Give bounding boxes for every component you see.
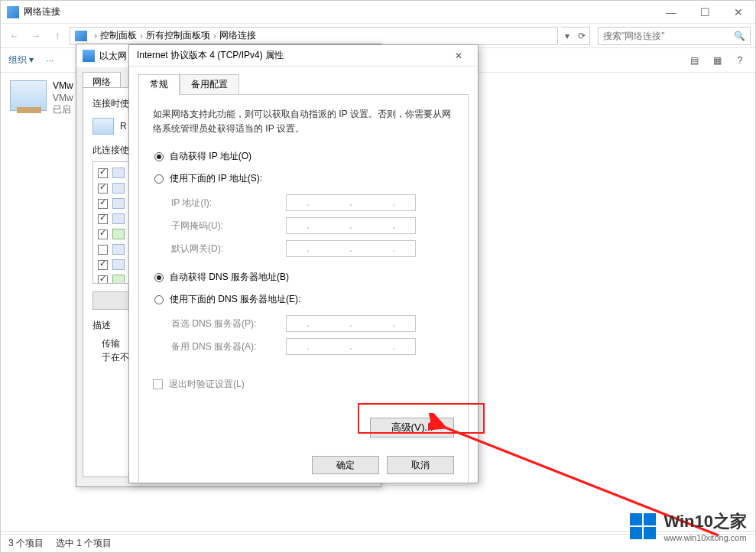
dns-alt-input: ... [286,338,416,355]
radio-dns-manual[interactable]: 使用下面的 DNS 服务器地址(E): [154,293,453,306]
component-icon [112,229,125,239]
window-icon [7,6,19,18]
status-items: 3 个项目 [8,537,44,550]
ip-address-label: IP 地址(I): [171,197,286,210]
ip-hint-text: 如果网络支持此功能，则可以获取自动指派的 IP 设置。否则，你需要从网络系统管理… [153,107,454,136]
dialog2-title-text: Internet 协议版本 4 (TCP/IPv4) 属性 [137,49,284,62]
checkbox-icon[interactable] [98,214,108,224]
dialog2-titlebar[interactable]: Internet 协议版本 4 (TCP/IPv4) 属性 ✕ [129,45,478,67]
breadcrumb-b[interactable]: 所有控制面板项 [146,29,210,42]
radio-icon [154,273,164,282]
minimize-button[interactable]: — [654,1,688,24]
address-refresh[interactable]: ▾⟳ [561,27,590,45]
radio-ip-manual[interactable]: 使用下面的 IP 地址(S): [154,172,453,185]
window-title: 网络连接 [24,5,60,18]
search-icon: 🔍 [734,31,745,41]
component-icon [112,244,125,255]
toolbar-overflow[interactable]: ··· [46,55,54,66]
checkbox-icon[interactable] [98,245,108,255]
checkbox-icon[interactable] [98,260,108,270]
checkbox-icon[interactable] [98,199,108,209]
organize-menu[interactable]: 组织 ▾ [8,54,34,67]
device-icon [92,118,114,135]
checkbox-icon[interactable] [98,168,108,178]
watermark-title: Win10之家 [664,510,747,533]
dns-pref-input: ... [286,315,416,332]
radio-icon [154,174,164,184]
maximize-button[interactable]: ☐ [688,1,722,24]
gateway-label: 默认网关(D): [171,242,286,255]
dns-pref-label: 首选 DNS 服务器(P): [171,317,286,330]
windows-logo-icon [630,513,656,539]
watermark: Win10之家 www.win10xitong.com [630,510,747,542]
component-icon [112,213,125,224]
component-icon [112,275,125,284]
tab-general[interactable]: 常规 [138,74,180,95]
dialog1-title-text: 以太网 [99,50,127,63]
component-icon [112,168,125,178]
breadcrumb-icon [75,31,87,41]
adapter-line1: VMw [53,80,73,93]
breadcrumb-c[interactable]: 网络连接 [219,29,256,42]
component-icon [112,259,125,270]
dialog2-close-button[interactable]: ✕ [447,50,470,61]
tab-alternate[interactable]: 备用配置 [180,74,239,95]
view-controls: ▤ ▦ ? [686,53,748,68]
watermark-url: www.win10xitong.com [664,533,747,542]
validate-checkbox[interactable]: 退出时验证设置(L) [153,378,454,391]
titlebar: 网络连接 — ☐ ✕ [1,1,755,24]
ok-button[interactable]: 确定 [312,456,379,474]
search-box[interactable]: 🔍 [598,27,751,45]
advanced-button[interactable]: 高级(V)... [370,418,454,438]
adapter-line3: 已启 [53,104,73,116]
cancel-button[interactable]: 取消 [387,456,454,474]
dns-alt-label: 备用 DNS 服务器(A): [171,340,286,353]
window-controls: — ☐ ✕ [654,1,755,24]
checkbox-icon[interactable] [98,184,108,194]
adapter-icon [10,80,47,111]
subnet-label: 子网掩码(U): [171,220,286,233]
adapter-line2: VMw [53,93,73,105]
adapter-item[interactable]: VMw VMw 已启 [10,80,73,116]
radio-icon [154,152,164,161]
forward-button[interactable]: → [27,27,45,45]
breadcrumb-bar[interactable]: › 控制面板 › 所有控制面板项 › 网络连接 [70,27,558,45]
back-button[interactable]: ← [5,27,24,45]
up-button[interactable]: ↑ [48,27,67,45]
breadcrumb-a[interactable]: 控制面板 [100,29,137,42]
view-details-button[interactable]: ▦ [709,53,725,68]
device-name: R [120,121,127,132]
gateway-input: ... [286,240,416,257]
checkbox-icon [153,379,163,389]
component-icon [112,183,125,194]
dialog2-panel: 如果网络支持此功能，则可以获取自动指派的 IP 设置。否则，你需要从网络系统管理… [138,94,469,486]
view-icons-button[interactable]: ▤ [686,53,702,68]
component-icon [112,198,125,209]
radio-dns-auto[interactable]: 自动获得 DNS 服务器地址(B) [154,271,453,284]
close-button[interactable]: ✕ [722,1,755,24]
checkbox-icon[interactable] [98,275,108,285]
subnet-input: ... [286,217,416,234]
search-input[interactable] [603,31,734,41]
radio-icon [154,295,164,304]
radio-ip-auto[interactable]: 自动获得 IP 地址(O) [154,150,453,163]
status-selected: 选中 1 个项目 [56,537,112,550]
help-button[interactable]: ? [732,53,748,68]
ip-address-input: ... [286,194,416,211]
ipv4-properties-dialog: Internet 协议版本 4 (TCP/IPv4) 属性 ✕ 常规 备用配置 … [128,44,479,483]
checkbox-icon[interactable] [98,229,108,239]
dialog1-icon [83,50,95,62]
